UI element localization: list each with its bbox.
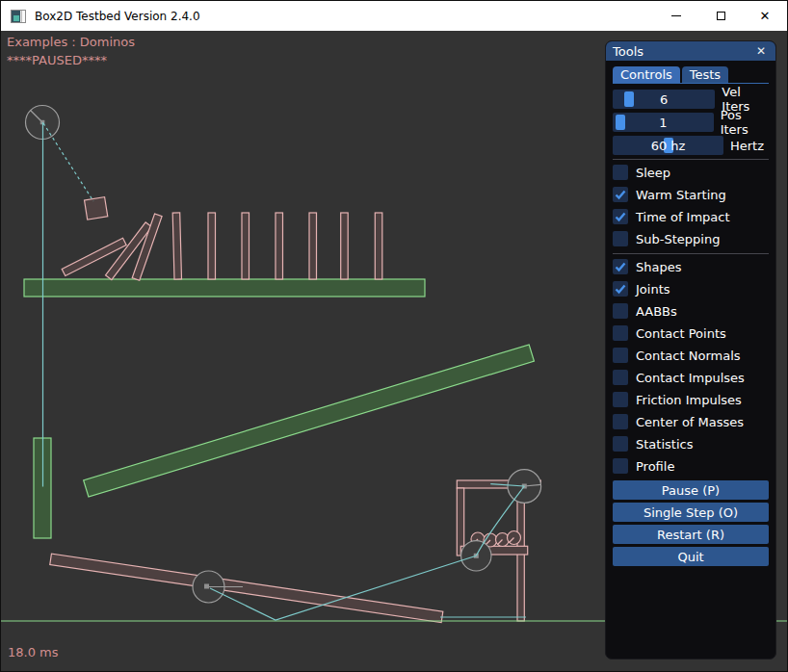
checkbox-box[interactable]: [613, 187, 628, 202]
frame-time-label: 18.0 ms: [8, 645, 59, 659]
close-button[interactable]: ✕: [743, 1, 787, 31]
checkbox-label: Sub-Stepping: [636, 232, 720, 246]
check-icon: [613, 187, 628, 202]
scene-shape-rect-pink: [341, 213, 349, 279]
scene-shape-rect-pink: [242, 213, 250, 279]
slider-row-pos-iters: 1Pos Iters: [613, 113, 769, 132]
window-controls: ✕: [654, 1, 787, 31]
scene-shape-line-teal: [43, 123, 93, 201]
checkbox-friction-impulses[interactable]: Friction Impulses: [613, 392, 769, 407]
checkbox-contact-points[interactable]: Contact Points: [613, 325, 769, 341]
checkbox-box[interactable]: [613, 348, 628, 363]
action-buttons: Pause (P)Single Step (O)Restart (R)Quit: [613, 480, 769, 566]
slider-row-vel-iters: 6Vel Iters: [613, 90, 769, 109]
checkbox-box[interactable]: [613, 414, 628, 429]
checkbox-center-of-masses[interactable]: Center of Masses: [613, 414, 769, 429]
app-icon: [11, 10, 26, 23]
checkbox-label: Contact Points: [636, 326, 726, 341]
window-title: Box2D Testbed Version 2.4.0: [35, 10, 200, 23]
checkbox-label: AABBs: [636, 304, 677, 319]
check-icon: [613, 259, 628, 274]
checkbox-box[interactable]: [613, 370, 628, 385]
single-step-o-button[interactable]: Single Step (O): [613, 503, 769, 522]
restart-r-button[interactable]: Restart (R): [613, 525, 769, 544]
slider-label: Hertz: [730, 139, 764, 153]
slider-row-hertz: 60 hzHertz: [613, 136, 769, 155]
scene-shape-rect-pink: [375, 213, 382, 279]
checkbox-label: Joints: [636, 282, 670, 297]
checkbox-warm-starting[interactable]: Warm Starting: [613, 187, 769, 202]
tab-tests[interactable]: Tests: [682, 66, 728, 83]
client-area: Examples : Dominos ****PAUSED**** 18.0 m…: [1, 31, 787, 671]
checkbox-label: Friction Impulses: [636, 393, 742, 407]
checkbox-statistics[interactable]: Statistics: [613, 436, 769, 452]
paused-label: ****PAUSED****: [7, 53, 107, 67]
panel-close-icon[interactable]: ✕: [753, 43, 769, 59]
check-icon: [613, 209, 628, 224]
app-icon-part: [13, 15, 19, 21]
slider-group: 6Vel Iters1Pos Iters60 hzHertz: [613, 90, 769, 155]
slider-vel-iters[interactable]: 6: [613, 90, 715, 109]
checkbox-joints[interactable]: Joints: [613, 281, 769, 297]
checkbox-label: Warm Starting: [636, 188, 726, 202]
pause-p-button[interactable]: Pause (P): [613, 480, 769, 500]
checkbox-box[interactable]: [613, 458, 628, 474]
scene-shape-rect-pink: [457, 488, 463, 556]
checkbox-shapes[interactable]: Shapes: [613, 259, 769, 274]
checkbox-label: Shapes: [636, 260, 681, 274]
slider-label: Pos Iters: [721, 108, 769, 137]
scene-shape-rect-green: [84, 345, 535, 497]
checkbox-aabbs[interactable]: AABBs: [613, 303, 769, 319]
checkbox-time-of-impact[interactable]: Time of Impact: [613, 209, 769, 224]
scene-shape-rect-pink: [276, 213, 283, 279]
checkbox-label: Time of Impact: [636, 210, 730, 224]
check-icon: [613, 281, 628, 297]
checkbox-box[interactable]: [613, 259, 628, 274]
checkbox-box[interactable]: [613, 231, 628, 246]
checkbox-sleep[interactable]: Sleep: [613, 165, 769, 180]
checkbox-label: Sleep: [636, 166, 670, 180]
slider-hertz[interactable]: 60 hz: [613, 136, 723, 155]
checkbox-box[interactable]: [613, 325, 628, 341]
checkbox-box[interactable]: [613, 303, 628, 319]
scene-shape-rect-green: [24, 279, 425, 297]
separator: [613, 159, 769, 160]
minimize-button[interactable]: [654, 1, 698, 31]
checkbox-sub-stepping[interactable]: Sub-Stepping: [613, 231, 769, 246]
checkbox-label: Contact Normals: [636, 349, 741, 363]
titlebar[interactable]: Box2D Testbed Version 2.4.0 ✕: [1, 1, 787, 31]
minimize-icon: [671, 15, 681, 16]
scene-shape-rect-pink: [85, 197, 108, 220]
maximize-icon: [717, 12, 725, 20]
checkbox-label: Profile: [636, 459, 674, 474]
slider-pos-iters[interactable]: 1: [613, 113, 714, 132]
checkbox-label: Statistics: [636, 437, 693, 452]
checkbox-contact-normals[interactable]: Contact Normals: [613, 348, 769, 363]
separator: [613, 253, 769, 254]
slider-value: 60 hz: [613, 136, 723, 155]
tab-controls[interactable]: Controls: [613, 66, 680, 83]
slider-value: 1: [613, 113, 714, 132]
checkbox-label: Center of Masses: [636, 415, 744, 429]
checkbox-box[interactable]: [613, 209, 628, 224]
example-label: Examples : Dominos: [7, 35, 135, 49]
maximize-button[interactable]: [698, 1, 743, 31]
checkbox-box[interactable]: [613, 165, 628, 180]
scene-shape-rect-pink: [50, 554, 443, 623]
scene-shape-rect-pink: [309, 213, 317, 279]
tools-panel-titlebar[interactable]: Tools ✕: [606, 41, 775, 61]
app-window: Box2D Testbed Version 2.4.0 ✕ Examples :…: [0, 0, 788, 672]
checkbox-box[interactable]: [613, 281, 628, 297]
app-icon-part: [21, 11, 25, 22]
checkbox-box[interactable]: [613, 392, 628, 407]
checkbox-contact-impulses[interactable]: Contact Impulses: [613, 370, 769, 385]
tools-panel-title: Tools: [613, 44, 644, 59]
checkbox-box[interactable]: [613, 436, 628, 452]
scene-shape-rect-pink: [172, 213, 181, 279]
scene-shape-rect-pink: [208, 213, 216, 279]
quit-button[interactable]: Quit: [613, 547, 769, 566]
checkbox-area: SleepWarm StartingTime of ImpactSub-Step…: [613, 165, 769, 474]
checkbox-profile[interactable]: Profile: [613, 458, 769, 474]
tools-panel: Tools ✕ ControlsTests 6Vel Iters1Pos Ite…: [605, 40, 776, 659]
slider-value: 6: [613, 90, 715, 109]
